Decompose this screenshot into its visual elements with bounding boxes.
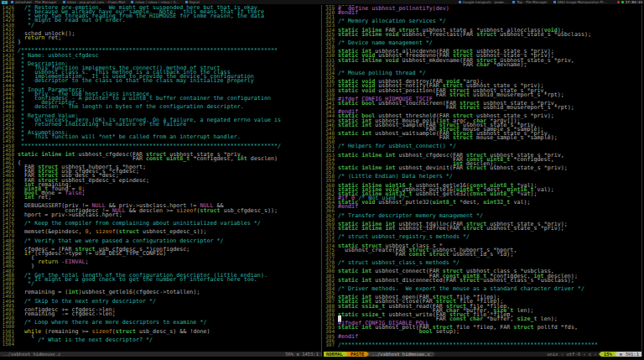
code-line[interactable]: 1458 ***********************************… bbox=[0, 143, 321, 148]
vim-editor: 1426 /* Restore pre-emption. We might ge… bbox=[0, 5, 644, 357]
taskbar-window-button[interactable]: mbox / mbox / mbox / G… bbox=[131, 1, 179, 4]
vim-paste-indicator: PASTE bbox=[348, 352, 367, 357]
statusline-right-filename: ../usbhost_hidmouse.c bbox=[369, 352, 433, 357]
statusline-fileinfo: unix ‹ utf-8 ‹ c ‹ bbox=[545, 352, 599, 357]
taskbar-window-list-right: Google hangouts - powe…Top - File Manage… bbox=[459, 1, 613, 4]
scroll-percent: 15% bbox=[601, 352, 615, 357]
cursor-position: 1453:1 bbox=[302, 352, 319, 357]
taskbar-window-button[interactable]: Inbox - pop.gmail.com - Claws Mail bbox=[63, 1, 126, 4]
statusline-right: NORMAL PASTE ../usbhost_hidmouse.c unix … bbox=[324, 352, 641, 357]
taskbar-clock: 17:04:33 bbox=[626, 0, 642, 4]
code-line[interactable]: 397/************************************… bbox=[324, 342, 641, 347]
statusline-left-position: 56% ≡ 1453:1 bbox=[285, 352, 319, 357]
lines-icon: ≡ bbox=[297, 352, 299, 357]
taskbar-window-button[interactable]: Google hangouts - powe… bbox=[459, 1, 507, 4]
tray-red-dot-icon bbox=[617, 1, 620, 3]
desktop-screen: 1 datasheet - File ManagerInbox - pop.gm… bbox=[0, 0, 644, 360]
window-icon bbox=[459, 1, 461, 3]
taskbar-window-button[interactable]: GNU Image Manipulation Pr… bbox=[553, 1, 607, 4]
code-line[interactable]: 1461 FAR const uint8_t *configdesc, int … bbox=[0, 156, 321, 160]
window-icon bbox=[131, 1, 133, 3]
window-icon bbox=[185, 1, 188, 3]
statusline-left-filename: ../usbhost_hidmouse.c bbox=[3, 352, 61, 357]
taskbar-window-button[interactable]: datasheet - File Manager bbox=[11, 1, 57, 4]
statusline-left: ../usbhost_hidmouse.c 56% ≡ 1453:1 bbox=[0, 352, 321, 357]
taskbar-window-button[interactable]: Signal bbox=[185, 1, 200, 4]
vim-pane-right: 318#else319# define usbhost_pollnotify(d… bbox=[324, 5, 641, 357]
window-icon bbox=[553, 1, 556, 3]
cursor-position: ≡ 391:1 bbox=[617, 352, 641, 357]
vim-pane-left: 1426 /* Restore pre-emption. We might ge… bbox=[0, 5, 321, 357]
workspace-indicator[interactable]: 1 bbox=[2, 1, 8, 4]
window-icon bbox=[63, 1, 65, 3]
lines-icon: ≡ bbox=[620, 352, 622, 357]
vim-command-line[interactable] bbox=[0, 357, 644, 360]
taskbar-window-button[interactable]: Top - File Manager bbox=[512, 1, 547, 4]
window-icon bbox=[512, 1, 515, 3]
vim-mode-indicator: NORMAL bbox=[324, 352, 345, 357]
scroll-percent: 56% bbox=[285, 352, 293, 357]
line-number: 397 bbox=[324, 342, 335, 347]
window-icon bbox=[11, 1, 13, 3]
code-area-left[interactable]: 1426 /* Restore pre-emption. We might ge… bbox=[0, 5, 321, 352]
tray-green-dot-icon bbox=[621, 1, 624, 3]
line-number: 1504 bbox=[0, 342, 14, 346]
taskbar-tray: 17:04:33 bbox=[617, 0, 642, 4]
taskbar-window-list-left: datasheet - File ManagerInbox - pop.gmai… bbox=[11, 1, 459, 4]
code-area-right[interactable]: 318#else319# define usbhost_pollnotify(d… bbox=[324, 5, 641, 352]
